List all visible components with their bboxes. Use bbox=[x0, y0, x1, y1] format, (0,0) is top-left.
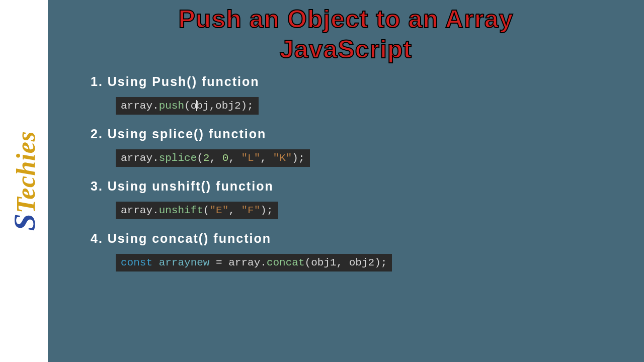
main-content: Push an Object to an Array JavaScript 1.… bbox=[48, 0, 644, 362]
logo-t: T bbox=[11, 200, 40, 214]
code-concat: const arraynew = array.concat(obj1, obj2… bbox=[116, 254, 392, 272]
code-num: 0 bbox=[222, 152, 229, 164]
code-str: "L" bbox=[242, 152, 261, 164]
heading-push: 1. Using Push() function bbox=[91, 74, 644, 89]
code-eq: = bbox=[209, 257, 228, 268]
title-line1: Push an Object to an Array bbox=[179, 5, 514, 33]
heading-concat: 4. Using concat() function bbox=[91, 231, 644, 246]
code-dot: . bbox=[260, 257, 267, 268]
code-dot: . bbox=[152, 205, 159, 216]
section-splice: 2. Using splice() function array.splice(… bbox=[91, 127, 644, 167]
code-space bbox=[152, 257, 159, 268]
code-num: 2 bbox=[203, 152, 210, 164]
code-open: ( bbox=[305, 257, 311, 268]
code-close: ); bbox=[292, 152, 304, 164]
code-open: ( bbox=[203, 205, 210, 216]
code-obj: array bbox=[228, 257, 260, 268]
section-concat: 4. Using concat() function const arrayne… bbox=[91, 231, 644, 272]
code-str: "F" bbox=[241, 205, 260, 216]
page-title: Push an Object to an Array JavaScript bbox=[48, 4, 644, 64]
code-fn: splice bbox=[159, 152, 197, 164]
code-str: "E" bbox=[209, 205, 228, 216]
code-comma: , bbox=[209, 152, 222, 164]
brand-logo: STechies bbox=[6, 131, 42, 231]
code-push: array.push(obj,obj2); bbox=[116, 97, 259, 115]
code-args: obj1, obj2 bbox=[311, 257, 374, 268]
code-splice: array.splice(2, 0, "L", "K"); bbox=[116, 149, 310, 167]
section-push: 1. Using Push() function array.push(obj,… bbox=[91, 74, 644, 115]
logo-rest: echies bbox=[11, 131, 40, 200]
section-unshift: 3. Using unshift() function array.unshif… bbox=[91, 179, 644, 219]
code-var: arraynew bbox=[159, 257, 210, 268]
code-comma: , bbox=[228, 152, 241, 164]
title-line2: JavaScript bbox=[280, 35, 412, 63]
code-open: ( bbox=[197, 152, 203, 164]
code-close: ); bbox=[374, 257, 387, 268]
code-obj: array bbox=[121, 152, 152, 164]
code-arg-post: bj,obj2 bbox=[196, 100, 240, 112]
code-close: ); bbox=[240, 100, 253, 112]
heading-splice: 2. Using splice() function bbox=[91, 127, 644, 141]
code-kw: const bbox=[121, 257, 152, 268]
code-dot: . bbox=[152, 152, 159, 164]
heading-unshift: 3. Using unshift() function bbox=[91, 179, 644, 194]
code-close: ); bbox=[260, 205, 273, 216]
code-fn: unshift bbox=[159, 205, 203, 216]
code-unshift: array.unshift("E", "F"); bbox=[116, 202, 278, 219]
code-dot: . bbox=[152, 100, 159, 112]
sidebar: STechies bbox=[0, 0, 48, 362]
code-open: ( bbox=[184, 100, 191, 112]
code-fn: push bbox=[159, 100, 184, 112]
code-obj: array bbox=[121, 100, 152, 112]
code-comma: , bbox=[260, 152, 273, 164]
logo-s: S bbox=[7, 213, 41, 231]
code-str: "K" bbox=[273, 152, 292, 164]
code-fn: concat bbox=[267, 257, 305, 268]
code-obj: array bbox=[121, 205, 152, 216]
code-comma: , bbox=[228, 205, 241, 216]
